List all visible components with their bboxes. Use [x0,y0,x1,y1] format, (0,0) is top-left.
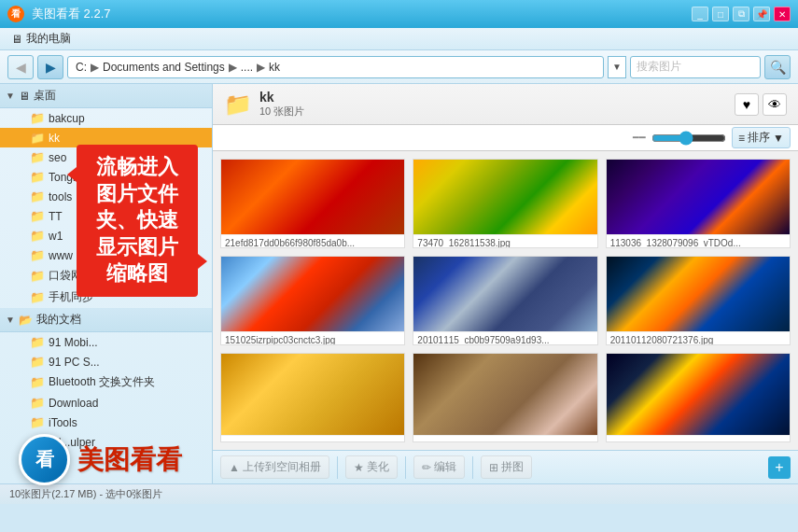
thumbnail-item[interactable]: 113036_1328079096_vTDOd... [606,159,791,248]
thumbnail-item[interactable]: 21efd817dd0b66f980f85da0b... [220,159,405,248]
logo-circle-text: 看 [35,447,54,472]
title-bar-left: 看 美图看看 2.2.7 [7,6,111,22]
thumbnail-item[interactable] [220,353,405,442]
sidebar-item-label: Download [49,397,98,410]
thumbnail-item[interactable]: 20101115_cb0b97509a91d93... [413,256,597,345]
folder-icon: 📁 [30,415,45,429]
restore-button[interactable]: ⧉ [733,7,749,21]
tooltip-popup: 流畅进入图片文件夹、快速显示图片缩略图 [77,145,198,297]
thumbnail-item[interactable]: 151025izrpipc03cnctc3.jpg [220,256,405,345]
thumbnail-image [607,257,790,331]
thumbnail-item[interactable] [413,353,597,442]
sidebar-item-label: www [49,249,73,262]
thumbnail-item[interactable]: 73470_162811538.jpg [413,159,597,248]
size-label: ━━ [633,132,646,144]
thumbnail-image [221,354,404,435]
thumbnail-label: 151025izrpipc03cnctc3.jpg [221,331,404,344]
tooltip-text: 流畅进入图片文件夹、快速显示图片缩略图 [96,155,178,285]
expand-icon: ▼ [6,315,15,325]
beautify-button[interactable]: ★ 美化 [345,455,398,479]
sidebar-item-download[interactable]: 📁 Download [0,393,212,413]
thumbnail-grid: 21efd817dd0b66f980f85da0b... 73470_16281… [213,151,798,450]
sidebar-item-label: Bluetooth 交换文件夹 [49,374,155,390]
slideshow-button[interactable]: 👁 [763,93,787,116]
path-c: C: [76,61,87,74]
desktop-label: 桌面 [34,88,56,104]
sidebar-item-91pc[interactable]: 📁 91 PC S... [0,352,212,371]
sidebar-item-bakcup[interactable]: 📁 bakcup [0,108,212,128]
sidebar-section-desktop[interactable]: ▼ 🖥 桌面 [0,84,212,108]
sidebar-item-label: iTools [49,416,77,429]
title-bar: 看 美图看看 2.2.7 _ □ ⧉ 📌 ✕ [0,0,798,28]
thumbnail-toolbar: ━━ ≡ 排序 ▼ [213,125,798,151]
folder-icon: 📁 [30,269,45,283]
folder-icon: 📁 [30,355,45,369]
edit-button[interactable]: ✏ 编辑 [413,455,465,479]
sidebar-item-label: seo [49,151,66,164]
folder-icon: 📁 [30,290,45,304]
computer-icon: 🖥 [11,33,22,46]
desktop-icon: 🖥 [19,90,30,103]
thumbnail-image [413,354,596,435]
collage-icon: ⊞ [489,461,498,474]
back-button[interactable]: ◀ [7,55,34,79]
sort-button[interactable]: ≡ 排序 ▼ [732,127,791,148]
thumbnail-label: 20110112080721376.jpg [607,331,790,344]
sidebar-item-label: 91 Mobi... [49,336,98,349]
search-bar[interactable]: 搜索图片 [630,56,761,78]
folder-icon: 📁 [30,170,45,184]
sidebar-item-91mobi[interactable]: 📁 91 Mobi... [0,332,212,352]
thumbnail-label: 21efd817dd0b66f980f85da0b... [221,234,404,247]
sidebar-item-label: kk [49,132,60,145]
thumbnail-label: 73470_162811538.jpg [413,234,596,247]
thumbnail-item[interactable] [606,353,791,442]
computer-menu[interactable]: 🖥 我的电脑 [7,31,75,47]
close-button[interactable]: ✕ [774,7,791,21]
sidebar-item-label: 91 PC S... [49,356,100,369]
path-sep2: ▶ [229,61,237,74]
pin-button[interactable]: 📌 [753,7,770,21]
favorite-button[interactable]: ♥ [735,93,759,116]
path-dropdown[interactable]: ▼ [608,56,626,78]
maximize-button[interactable]: □ [712,7,729,21]
folder-name: kk [259,90,727,105]
folder-icon: 📁 [30,150,45,164]
sidebar-item-label: tools [49,190,72,203]
sort-label: 排序 [748,130,770,146]
upload-label: 上传到空间相册 [243,459,321,475]
path-docs: Documents and Settings [103,61,225,74]
sidebar-item-bluetooth[interactable]: 📁 Bluetooth 交换文件夹 [0,371,212,393]
thumbnail-item[interactable]: 20110112080721376.jpg [606,256,791,345]
separator [405,456,406,479]
folder-icon: 📁 [30,229,45,243]
thumbnail-image [221,257,404,331]
star-icon: ★ [354,461,364,474]
collage-label: 拼图 [501,459,524,475]
upload-button[interactable]: ▲ 上传到空间相册 [220,455,329,479]
sidebar-item-itools[interactable]: 📁 iTools [0,413,212,432]
path-bar[interactable]: C: ▶ Documents and Settings ▶ .... ▶ kk [67,56,604,78]
logo-circle: 看 [19,434,70,485]
sidebar-item-label: w1 [49,230,63,243]
thumbnail-image [607,160,790,234]
sort-chevron: ▼ [773,132,784,145]
thumbnail-label: 20101115_cb0b97509a91d93... [413,331,596,344]
folder-icon: 📁 [30,396,45,410]
forward-button[interactable]: ▶ [37,55,63,79]
status-bar: 10张图片(2.17 MB) - 选中0张图片 [0,483,798,504]
thumbnail-image [413,257,596,331]
search-button[interactable]: 🔍 [764,55,791,79]
add-button[interactable]: + [768,456,791,479]
size-slider[interactable] [651,131,726,146]
search-placeholder: 搜索图片 [637,59,681,75]
sidebar-section-mydocs[interactable]: ▼ 📂 我的文档 [0,308,212,332]
app-window: 看 美图看看 2.2.7 _ □ ⧉ 📌 ✕ 🖥 我的电脑 ◀ ▶ C: ▶ D… [0,0,798,532]
folder-info: kk 10 张图片 [259,90,727,119]
minimize-button[interactable]: _ [692,7,708,21]
collage-button[interactable]: ⊞ 拼图 [481,455,532,479]
separator [472,456,473,479]
sort-icon: ≡ [738,132,745,145]
sidebar-item-label: bakcup [49,112,85,125]
upload-icon: ▲ [229,461,240,474]
folder-icon: 📁 [30,111,45,125]
